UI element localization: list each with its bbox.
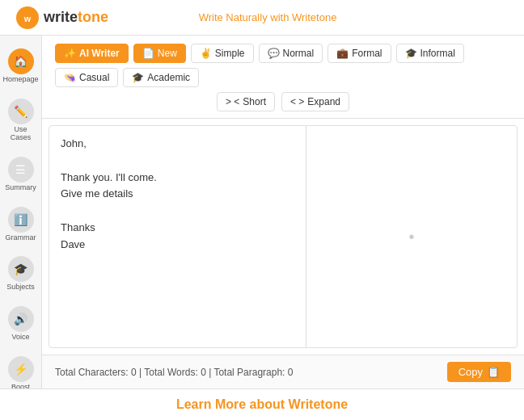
words-value: 0 xyxy=(201,367,206,378)
main-layout: 🏠 Homepage ✏️ Use Cases ☰ Summary ℹ️ Gra… xyxy=(0,36,524,388)
editor-right xyxy=(306,126,517,347)
academic-label: Academic xyxy=(147,72,190,83)
sidebar-item-summary[interactable]: ☰ Summary xyxy=(2,152,40,197)
header: w writetone Write Naturally with Writeto… xyxy=(0,0,524,36)
sidebar-label-use-cases: Use Cases xyxy=(6,126,36,142)
editor-line-4: Thanks xyxy=(61,220,294,237)
casual-icon: 👒 xyxy=(64,72,76,83)
sidebar-item-subjects[interactable]: 🎓 Subjects xyxy=(2,251,40,296)
informal-label: Informal xyxy=(420,48,455,59)
short-chevrons-icon: > < xyxy=(226,96,239,107)
simple-icon: ✌️ xyxy=(200,48,212,59)
short-label: Short xyxy=(243,96,266,107)
expand-label: Expand xyxy=(307,96,340,107)
logo: w writetone xyxy=(16,6,108,29)
grammar-icon: ℹ️ xyxy=(8,207,34,233)
normal-icon: 💬 xyxy=(268,48,280,59)
copy-label: Copy xyxy=(458,366,483,378)
sidebar-item-use-cases[interactable]: ✏️ Use Cases xyxy=(2,94,40,147)
formal-icon: 💼 xyxy=(336,48,349,59)
sidebar-label-subjects: Subjects xyxy=(6,284,35,292)
subjects-icon: 🎓 xyxy=(8,256,34,282)
summary-icon: ☰ xyxy=(8,157,34,183)
sidebar-item-voice[interactable]: 🔊 Voice xyxy=(2,301,40,346)
content-area: ✨ AI Writer 📄 New ✌️ Simple 💬 Normal 💼 xyxy=(42,36,524,388)
simple-button[interactable]: ✌️ Simple xyxy=(191,44,254,63)
editor-line-3: Give me details xyxy=(61,186,294,203)
paragraph-value: 0 xyxy=(288,367,294,378)
footer: Learn More about Writetone xyxy=(0,388,524,420)
simple-label: Simple xyxy=(215,48,245,59)
sidebar-label-grammar: Grammar xyxy=(6,234,36,242)
boost-icon: ⚡ xyxy=(8,356,34,382)
sidebar-label-summary: Summary xyxy=(5,184,36,192)
casual-label: Casual xyxy=(79,72,109,83)
sidebar: 🏠 Homepage ✏️ Use Cases ☰ Summary ℹ️ Gra… xyxy=(0,36,42,388)
informal-button[interactable]: 🎓 Informal xyxy=(396,44,464,63)
short-button[interactable]: > < Short xyxy=(217,92,275,111)
toolbar-row2: > < Short < > Expand xyxy=(55,92,511,111)
voice-icon: 🔊 xyxy=(8,306,34,332)
editor-line-5: Dave xyxy=(61,237,294,254)
toolbar: ✨ AI Writer 📄 New ✌️ Simple 💬 Normal 💼 xyxy=(42,36,524,119)
pencil-icon: ✏️ xyxy=(8,99,34,124)
header-tagline: Write Naturally with Writetone xyxy=(199,11,337,23)
home-icon: 🏠 xyxy=(8,48,34,74)
sidebar-label-homepage: Homepage xyxy=(2,76,38,84)
formal-label: Formal xyxy=(352,48,382,59)
expand-button[interactable]: < > Expand xyxy=(281,92,349,111)
characters-label: Total Characters: xyxy=(55,367,129,378)
logo-text: writetone xyxy=(44,9,108,26)
editor-line-1: John, xyxy=(61,136,294,153)
characters-value: 0 xyxy=(131,367,137,378)
ai-writer-label: AI Writer xyxy=(79,48,120,59)
academic-icon: 🎓 xyxy=(132,72,144,83)
casual-button[interactable]: 👒 Casual xyxy=(55,68,118,87)
status-text: Total Characters: 0 | Total Words: 0 | T… xyxy=(55,367,293,378)
new-button[interactable]: 📄 New xyxy=(133,44,186,63)
editor-line-2: Thank you. I'll come. xyxy=(61,170,294,187)
new-label: New xyxy=(158,48,177,59)
logo-icon: w xyxy=(16,6,39,29)
formal-button[interactable]: 💼 Formal xyxy=(328,44,391,63)
informal-icon: 🎓 xyxy=(405,48,417,59)
normal-label: Normal xyxy=(283,48,315,59)
editor-wrapper: John, Thank you. I'll come. Give me deta… xyxy=(42,119,524,355)
toolbar-row1: ✨ AI Writer 📄 New ✌️ Simple 💬 Normal 💼 xyxy=(55,44,511,87)
ai-writer-icon: ✨ xyxy=(64,48,76,59)
svg-text:w: w xyxy=(23,13,32,23)
sidebar-label-voice: Voice xyxy=(11,334,29,342)
copy-icon: 📋 xyxy=(487,366,500,378)
normal-button[interactable]: 💬 Normal xyxy=(259,44,323,63)
academic-button[interactable]: 🎓 Academic xyxy=(123,68,199,87)
copy-button[interactable]: Copy 📋 xyxy=(447,362,511,382)
new-icon: 📄 xyxy=(142,48,154,59)
status-bar: Total Characters: 0 | Total Words: 0 | T… xyxy=(42,355,524,388)
sidebar-item-grammar[interactable]: ℹ️ Grammar xyxy=(2,202,40,247)
editor-left[interactable]: John, Thank you. I'll come. Give me deta… xyxy=(49,126,306,347)
learn-more-link[interactable]: Learn More about Writetone xyxy=(176,397,348,411)
sidebar-item-boost-editor[interactable]: ⚡ Boost Editor xyxy=(2,351,40,388)
ai-writer-button[interactable]: ✨ AI Writer xyxy=(55,44,129,63)
paragraph-label: Total Paragraph: xyxy=(213,367,285,378)
editor-area: John, Thank you. I'll come. Give me deta… xyxy=(49,125,518,348)
sidebar-item-homepage[interactable]: 🏠 Homepage xyxy=(2,44,40,89)
words-label: Total Words: xyxy=(144,367,197,378)
expand-chevrons-icon: < > xyxy=(290,96,304,107)
